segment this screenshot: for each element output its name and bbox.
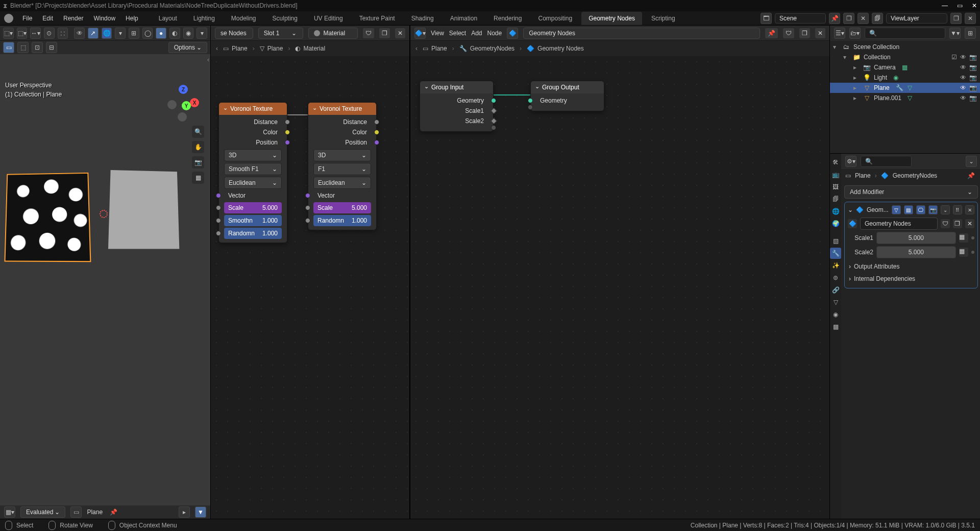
ptab-render-icon[interactable]: 📺 (830, 169, 841, 180)
zoom-tool-icon[interactable]: 🔍 (192, 126, 204, 138)
mat-fake-user-icon[interactable]: 🛡 (363, 28, 374, 38)
outliner-item-plane[interactable]: ▸ ▽ Plane 🔧 ▽ 👁📷 (830, 83, 980, 93)
keyframe-dot[interactable] (971, 251, 974, 254)
ptab-scene-icon[interactable]: 🌐 (830, 206, 841, 217)
ptab-data-icon[interactable]: ▽ (830, 297, 841, 308)
axis-z[interactable]: Z (179, 85, 188, 94)
ptab-world-icon[interactable]: 🌍 (830, 218, 841, 229)
tab-compositing[interactable]: Compositing (531, 12, 579, 25)
socket-distance[interactable] (285, 119, 290, 125)
geo-pin-icon[interactable]: 📌 (765, 28, 778, 38)
add-modifier-button[interactable]: Add Modifier⌄ (844, 185, 978, 199)
socket-scale2[interactable] (491, 118, 497, 125)
outliner-item-plane001[interactable]: ▸ ▽ Plane.001 ▽ 👁📷 (830, 93, 980, 103)
gizmo-arrow-icon[interactable]: ↗ (88, 28, 99, 39)
outliner-display-icon[interactable]: 🗁▾ (849, 28, 861, 39)
mod-delete-icon[interactable]: ✕ (965, 205, 974, 214)
props-pin-icon[interactable]: 📌 (966, 170, 977, 181)
geo-menu-add[interactable]: Add (471, 30, 482, 37)
visibility-eye-icon[interactable]: 👁 (960, 94, 966, 102)
scene-delete-icon[interactable]: ✕ (857, 13, 869, 24)
mode-select-icon[interactable]: ⬚▾ (17, 28, 28, 39)
modifier-icon[interactable]: 🔧 (896, 84, 903, 91)
crumb-item[interactable]: ◐ Material (295, 45, 325, 52)
viewlayer-new-icon[interactable]: ❐ (950, 13, 962, 24)
editor-type-icon[interactable]: ⬚▾ (3, 28, 14, 39)
modifier-name[interactable]: Geom... (867, 206, 889, 213)
section-output-attributes[interactable]: ›Output Attributes (848, 260, 974, 273)
crumb-item[interactable]: 🔧 GeometryNodes (459, 45, 514, 52)
new-ng-icon[interactable]: ❐ (953, 219, 962, 228)
geo-menu-view[interactable]: View (431, 30, 444, 37)
tab-modeling[interactable]: Modeling (224, 12, 263, 25)
pan-tool-icon[interactable]: ✋ (192, 141, 204, 153)
overlay-globe-icon[interactable]: 🌐 (102, 28, 112, 39)
socket-color[interactable] (374, 130, 379, 135)
node-voronoi-1[interactable]: Voronoi Texture Distance Color Position … (218, 102, 287, 243)
tab-layout[interactable]: Layout (152, 12, 184, 25)
perspective-icon[interactable]: ▦ (192, 172, 204, 184)
slot-select[interactable]: Slot 1 ⌄ (258, 28, 304, 39)
node-header[interactable]: Group Output (531, 81, 604, 93)
tab-sculpting[interactable]: Sculpting (265, 12, 305, 25)
voronoi-feature-select[interactable]: F1⌄ (313, 163, 371, 175)
data-icon[interactable]: ◉ (893, 74, 898, 81)
outliner-type-icon[interactable]: ☰▾ (834, 28, 845, 39)
voronoi-feature-select[interactable]: Smooth F1⌄ (224, 163, 282, 175)
nodegroup-name[interactable]: Geometry Nodes (860, 218, 938, 230)
nodegroup-browse-icon[interactable]: 🔷 (848, 219, 857, 228)
outliner-item-camera[interactable]: ▸ 📷 Camera ▦ 👁📷 (830, 62, 980, 73)
mat-unlink-icon[interactable]: ✕ (395, 28, 405, 38)
crumb-item[interactable]: ▽ Plane (260, 45, 283, 52)
select-box-icon[interactable]: ▭ (3, 42, 14, 53)
mod-mode-realtime-icon[interactable]: ▤ (904, 205, 913, 214)
ptab-modifier-icon[interactable]: 🔧 (830, 248, 841, 259)
node-header[interactable]: Voronoi Texture (308, 103, 376, 115)
data-icon[interactable]: ▦ (902, 64, 908, 71)
voronoi-random-input[interactable]: Randomn1.000 (224, 228, 282, 239)
visibility-eye-icon[interactable]: 👁 (960, 54, 966, 61)
visibility-eye-icon[interactable]: 👁 (960, 74, 966, 81)
crumb-back-icon[interactable]: ‹ (415, 45, 418, 52)
spreadsheet-icon[interactable]: ▦▾ (4, 506, 15, 518)
outliner-item-light[interactable]: ▸ 💡 Light ◉ 👁📷 (830, 73, 980, 83)
geo-tree-browse-icon[interactable]: 🔷 (507, 28, 518, 39)
ptab-material-icon[interactable]: ◉ (830, 309, 841, 320)
render-cam-icon[interactable]: 📷 (969, 94, 977, 102)
menu-file[interactable]: File (18, 13, 36, 24)
shading-options-icon[interactable]: ▾ (197, 28, 207, 39)
shading-wire-icon[interactable]: ◯ (142, 28, 153, 39)
socket-color[interactable] (285, 130, 290, 135)
geo-menu-node[interactable]: Node (487, 30, 502, 37)
voronoi-dim-select[interactable]: 3D⌄ (313, 149, 371, 161)
tab-lighting[interactable]: Lighting (186, 12, 222, 25)
node-group-output[interactable]: Group Output Geometry (530, 81, 604, 111)
obj-link-icon[interactable]: ▭ (70, 506, 82, 518)
ptab-output-icon[interactable]: 🖼 (830, 181, 841, 192)
scene-field[interactable]: Scene (775, 13, 826, 23)
voronoi-scale-input[interactable]: Scale5.000 (313, 202, 371, 213)
ptab-constraint-icon[interactable]: 🔗 (830, 284, 841, 296)
shading-solid-icon[interactable]: ● (156, 28, 166, 39)
unlink-ng-icon[interactable]: ✕ (965, 219, 974, 228)
attr-toggle-icon[interactable]: ▦ (959, 233, 968, 243)
tab-uv-editing[interactable]: UV Editing (307, 12, 350, 25)
viewport-options-button[interactable]: Options ⌄ (168, 42, 207, 53)
node-header[interactable]: Group Input (420, 81, 493, 93)
gizmo-show-icon[interactable]: 👁 (74, 28, 85, 39)
minimize-button[interactable]: — (942, 2, 948, 9)
outliner-new-coll-icon[interactable]: ⊞ (965, 28, 976, 39)
viewlayer-browse-icon[interactable]: 🗐 (872, 13, 883, 24)
menu-help[interactable]: Help (121, 13, 142, 24)
socket-position[interactable] (374, 140, 379, 145)
menu-edit[interactable]: Edit (38, 13, 57, 24)
crumb-item[interactable]: 🔷 Geometry Nodes (527, 45, 584, 52)
visibility-eye-icon[interactable]: 👁 (960, 64, 966, 71)
socket-scale1[interactable] (491, 108, 497, 114)
outliner-collection[interactable]: ▾📁 Collection ☑👁📷 (830, 52, 980, 62)
ptab-tool-icon[interactable]: 🛠 (830, 157, 841, 168)
pin-footer-icon[interactable]: 📌 (108, 506, 119, 518)
node-group-input[interactable]: Group Input Geometry Scale1 Scale2 (420, 81, 494, 132)
node-header[interactable]: Voronoi Texture (219, 103, 287, 115)
keyframe-dot[interactable] (971, 236, 974, 239)
